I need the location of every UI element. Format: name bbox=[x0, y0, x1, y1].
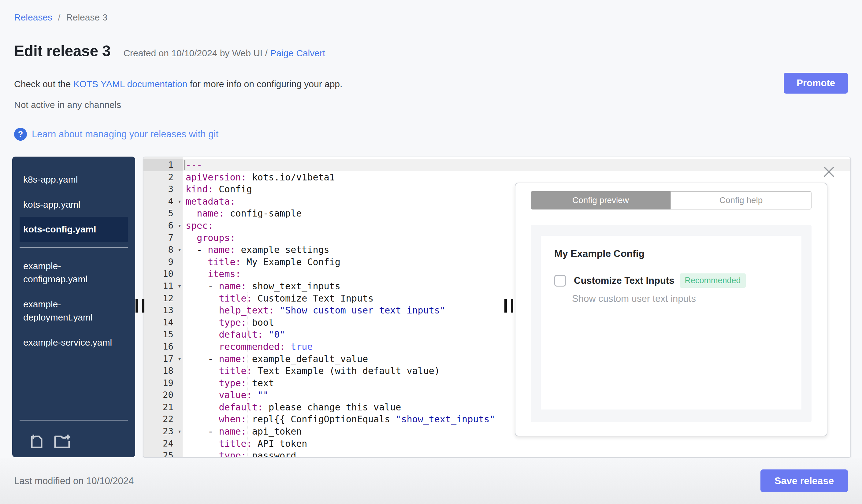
gutter-line-9: 9 bbox=[143, 256, 183, 268]
created-info: Created on 10/10/2024 by Web UI / Paige … bbox=[123, 48, 325, 58]
gutter-line-7: 7 bbox=[143, 232, 183, 244]
doc-suffix: for more info on configuring your app. bbox=[187, 79, 342, 89]
code-line-24: title: API token bbox=[183, 438, 850, 450]
sidebar-footer bbox=[12, 414, 135, 457]
gutter-line-16: 16 bbox=[143, 341, 183, 353]
config-item-row: Customize Text Inputs Recommended bbox=[554, 274, 788, 288]
gutter-line-25: 25 bbox=[143, 450, 183, 458]
tab-config-help[interactable]: Config help bbox=[670, 191, 811, 210]
gutter-line-24: 24 bbox=[143, 438, 183, 450]
gutter-line-23: 23▾ bbox=[143, 425, 183, 438]
breadcrumb-current: Release 3 bbox=[66, 12, 107, 22]
help-question-icon: ? bbox=[14, 128, 27, 141]
fold-arrow-icon[interactable]: ▾ bbox=[178, 280, 181, 292]
last-modified-text: Last modified on 10/10/2024 bbox=[14, 476, 134, 487]
gutter-line-1: 1 bbox=[143, 159, 183, 171]
fold-arrow-icon[interactable]: ▾ bbox=[178, 353, 181, 365]
gutter-line-13: 13 bbox=[143, 304, 183, 317]
code-line-25: type: password bbox=[183, 450, 850, 458]
gutter-line-8: 8▾ bbox=[143, 244, 183, 256]
config-item-label: Customize Text Inputs bbox=[574, 275, 674, 286]
recommended-badge: Recommended bbox=[680, 274, 745, 288]
fold-arrow-icon[interactable]: ▾ bbox=[178, 196, 181, 208]
gutter-line-14: 14 bbox=[143, 317, 183, 329]
gutter-line-21: 21 bbox=[143, 401, 183, 413]
edit-release-page: { "colors": { "accent_indigo": "#6b7af2"… bbox=[0, 0, 862, 504]
gutter-line-17: 17▾ bbox=[143, 353, 183, 365]
gutter-line-18: 18 bbox=[143, 365, 183, 377]
sidebar-item-example-service.yaml[interactable]: example-service.yaml bbox=[19, 330, 128, 355]
sidebar-item-example-deployment.yaml[interactable]: example-deployment.yaml bbox=[19, 292, 128, 330]
learn-git-link[interactable]: Learn about managing your releases with … bbox=[32, 129, 218, 140]
gutter-line-5: 5 bbox=[143, 207, 183, 220]
config-tab-group: Config previewConfig help bbox=[531, 191, 811, 210]
sidebar-item-k8s-app.yaml[interactable]: k8s-app.yaml bbox=[19, 167, 128, 192]
kots-yaml-doc-link[interactable]: KOTS YAML documentation bbox=[73, 79, 187, 89]
gutter-line-20: 20 bbox=[143, 389, 183, 401]
page-title: Edit release 3 bbox=[14, 42, 110, 60]
gutter-line-22: 22 bbox=[143, 413, 183, 425]
config-preview-card: My Example Config Customize Text Inputs … bbox=[541, 236, 801, 410]
file-sidebar: k8s-app.yamlkots-app.yamlkots-config.yam… bbox=[12, 157, 135, 457]
sidebar-item-kots-config.yaml[interactable]: kots-config.yaml bbox=[19, 217, 128, 242]
sidebar-icon-row bbox=[12, 426, 135, 457]
doc-prefix: Check out the bbox=[14, 79, 73, 89]
gutter-line-10: 10 bbox=[143, 268, 183, 280]
doc-info-line: Check out the KOTS YAML documentation fo… bbox=[14, 79, 342, 89]
tab-config-preview[interactable]: Config preview bbox=[531, 191, 670, 210]
config-group-title: My Example Config bbox=[554, 248, 788, 259]
close-icon[interactable] bbox=[823, 166, 835, 178]
sidebar-footer-divider bbox=[19, 420, 128, 421]
config-preview-area: My Example Config Customize Text Inputs … bbox=[531, 225, 811, 422]
sidebar-file-list-top: k8s-app.yamlkots-app.yamlkots-config.yam… bbox=[12, 167, 135, 242]
gutter-line-2: 2 bbox=[143, 171, 183, 184]
breadcrumb: Releases / Release 3 bbox=[14, 12, 107, 23]
gutter-line-12: 12 bbox=[143, 292, 183, 305]
new-folder-icon[interactable] bbox=[53, 432, 72, 449]
gutter-line-6: 6▾ bbox=[143, 220, 183, 232]
new-file-icon[interactable] bbox=[28, 432, 45, 449]
config-item-help-text: Show custom user text inputs bbox=[572, 293, 788, 304]
text-cursor bbox=[184, 160, 185, 170]
gutter-line-4: 4▾ bbox=[143, 196, 183, 208]
sidebar-file-list-bottom: example-configmap.yamlexample-deployment… bbox=[12, 253, 135, 355]
fold-arrow-icon[interactable]: ▾ bbox=[178, 244, 181, 256]
gutter-line-15: 15 bbox=[143, 329, 183, 341]
fold-arrow-icon[interactable]: ▾ bbox=[178, 220, 181, 232]
breadcrumb-separator: / bbox=[58, 12, 60, 22]
code-line-2: apiVersion: kots.io/v1beta1 bbox=[183, 171, 850, 184]
footer-bar: Last modified on 10/10/2024 Save release bbox=[0, 458, 862, 504]
sidebar-item-kots-app.yaml[interactable]: kots-app.yaml bbox=[19, 192, 128, 217]
config-preview-panel: Config previewConfig help My Example Con… bbox=[515, 183, 827, 436]
gutter-line-19: 19 bbox=[143, 377, 183, 389]
created-author-link[interactable]: Paige Calvert bbox=[270, 48, 325, 58]
sidebar-item-example-configmap.yaml[interactable]: example-configmap.yaml bbox=[19, 253, 128, 292]
save-release-button[interactable]: Save release bbox=[760, 469, 848, 492]
learn-git-row: ? Learn about managing your releases wit… bbox=[14, 128, 218, 141]
breadcrumb-releases-link[interactable]: Releases bbox=[14, 12, 52, 22]
channel-status: Not active in any channels bbox=[14, 100, 121, 110]
title-row: Edit release 3 Created on 10/10/2024 by … bbox=[14, 42, 325, 60]
panel-resize-handle[interactable] bbox=[505, 299, 513, 313]
promote-button[interactable]: Promote bbox=[784, 73, 848, 94]
sidebar-divider bbox=[19, 248, 128, 248]
editor-gutter: 1234▾56▾78▾91011▾121314151617▾1819202122… bbox=[143, 157, 183, 457]
customize-text-inputs-checkbox[interactable] bbox=[554, 275, 566, 287]
gutter-line-11: 11▾ bbox=[143, 280, 183, 292]
fold-arrow-icon[interactable]: ▾ bbox=[178, 425, 181, 438]
sidebar-resize-handle[interactable] bbox=[135, 299, 144, 313]
gutter-line-3: 3 bbox=[143, 183, 183, 196]
code-line-1: --- bbox=[183, 159, 850, 171]
created-text: Created on 10/10/2024 by Web UI / bbox=[123, 48, 267, 58]
